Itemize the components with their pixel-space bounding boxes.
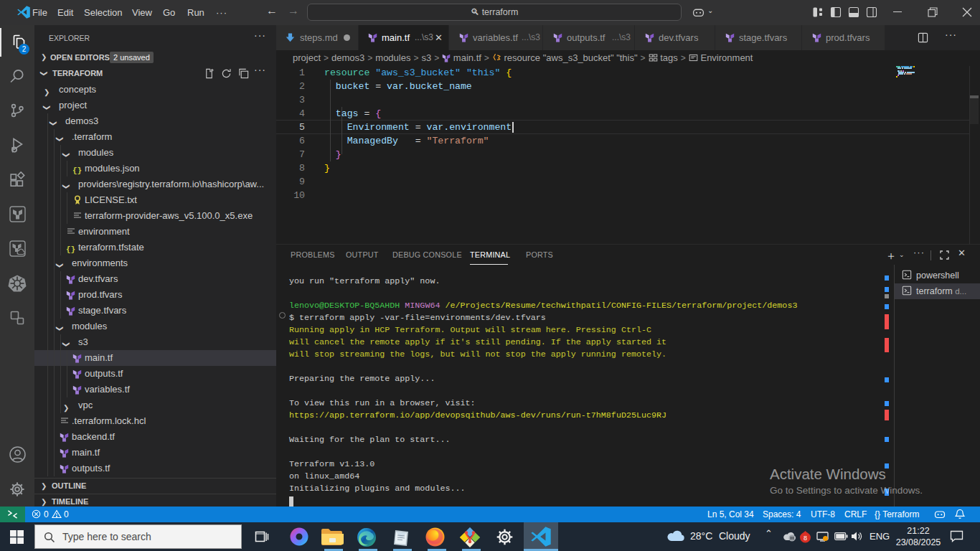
svg-text:8: 8: [804, 534, 807, 542]
